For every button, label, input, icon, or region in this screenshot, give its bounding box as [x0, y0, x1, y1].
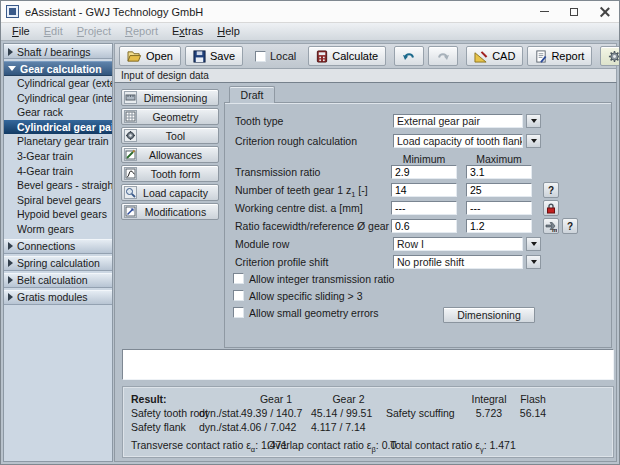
close-button[interactable] [589, 1, 619, 22]
sidebar-item-cylindrical-gear-internal[interactable]: Cylindrical gear (internal) [4, 91, 112, 106]
sidebar-item-3-gear-train[interactable]: 3-Gear train [4, 149, 112, 164]
nav-dimensioning-button[interactable]: Dimensioning [121, 89, 219, 106]
tooth-form-curve-icon [124, 167, 137, 180]
window-controls [529, 1, 619, 22]
open-button[interactable]: Open [119, 46, 181, 66]
calculator-icon [316, 50, 328, 63]
nav-allowances-button[interactable]: Allowances [121, 146, 219, 163]
number-of-teeth-min-input[interactable] [391, 183, 457, 197]
nav-tooth-form-button[interactable]: Tooth form [121, 165, 219, 182]
result-row-flank: Safety flank dyn./stat. 4.06 / 7.042 4.1… [131, 420, 613, 434]
dimensioning-button[interactable]: Dimensioning [443, 307, 535, 323]
maximize-button[interactable] [559, 1, 589, 22]
load-capacity-icon [124, 186, 137, 199]
sidebar-item-worm-gears[interactable]: Worm gears [4, 222, 112, 237]
close-icon [600, 7, 609, 16]
content-panel: Dimensioning Geometry Tool Allowances [114, 82, 617, 462]
tab-draft[interactable]: Draft [229, 86, 275, 103]
sidebar-item-4-gear-train[interactable]: 4-Gear train [4, 164, 112, 179]
sidebar-item-hypoid-bevel-gears[interactable]: Hypoid bevel gears [4, 207, 112, 222]
nav-tool-button[interactable]: Tool [121, 127, 219, 144]
criterion-rough-select[interactable]: Load capacity of tooth flank [393, 134, 523, 148]
toolbar: Open Save Local Calculate [114, 43, 617, 69]
chevron-down-icon [8, 66, 16, 71]
overlap-contact-ratio: Overlap contact ratio εβ: 0.0 [267, 439, 390, 454]
sidebar-section-shaft-bearings[interactable]: Shaft / bearings [4, 44, 112, 59]
module-row-select[interactable]: Row I [393, 237, 523, 251]
menu-edit: Edit [37, 23, 70, 40]
nav-geometry-button[interactable]: Geometry [121, 108, 219, 125]
transmission-ratio-min-input[interactable] [391, 165, 457, 179]
result-panel: Result: Gear 1 Gear 2 Integral Flash Saf… [122, 386, 614, 458]
facewidth-ratio-module-button[interactable]: m [543, 218, 559, 234]
sidebar-item-cylindrical-gear-pair[interactable]: Cylindrical gear pair [4, 120, 112, 135]
sidebar-item-spiral-bevel-gears[interactable]: Spiral bevel gears [4, 193, 112, 208]
facewidth-ratio-max-input[interactable] [466, 219, 532, 233]
working-centre-distance-lock-button[interactable] [543, 200, 559, 216]
nav-modifications-button[interactable]: Modifications [121, 203, 219, 220]
sidebar-item-cylindrical-gear-external[interactable]: Cylindrical gear (external) [4, 76, 112, 91]
menu-extras[interactable]: Extras [165, 23, 210, 40]
profile-shift-dropdown-button[interactable] [526, 255, 541, 269]
sidebar-section-spring-calculation[interactable]: Spring calculation [4, 256, 112, 271]
gear2-column-header: Gear 2 [311, 393, 386, 405]
cad-icon [474, 50, 488, 63]
message-output-box [122, 349, 614, 380]
sidebar-section-gear-calculation[interactable]: Gear calculation [4, 61, 112, 76]
app-icon [6, 5, 19, 18]
working-centre-distance-min-input[interactable] [391, 201, 457, 215]
allow-specific-sliding-checkbox[interactable] [233, 290, 244, 301]
app-window: eAssistant - GWJ Technology GmbH File Ed… [0, 0, 620, 465]
sidebar-section-gratis-modules[interactable]: Gratis modules [4, 290, 112, 305]
transmission-ratio-label: Transmission ratio [235, 166, 320, 178]
undo-button[interactable] [394, 46, 424, 66]
menu-help[interactable]: Help [210, 23, 247, 40]
report-button[interactable]: Report [527, 46, 592, 66]
calculate-button[interactable]: Calculate [308, 46, 386, 66]
redo-icon [436, 51, 450, 62]
number-of-teeth-help-button[interactable]: ? [543, 182, 559, 198]
working-centre-distance-max-input[interactable] [466, 201, 532, 215]
facewidth-ratio-help-button[interactable]: ? [562, 218, 578, 234]
module-row-label: Module row [235, 238, 289, 250]
tooth-type-dropdown-button[interactable] [526, 114, 541, 128]
module-row-dropdown-button[interactable] [526, 237, 541, 251]
save-button[interactable]: Save [185, 46, 243, 66]
options-button[interactable]: Options [600, 46, 620, 66]
minimum-column-header: Minimum [391, 153, 457, 165]
modifications-icon [124, 205, 137, 218]
allow-geometry-errors-checkbox[interactable] [233, 307, 244, 318]
tooth-type-select[interactable]: External gear pair [393, 114, 523, 128]
menu-bar: File Edit Project Report Extras Help [1, 23, 619, 41]
sidebar-section-connections[interactable]: Connections [4, 239, 112, 254]
sidebar-item-bevel-gears[interactable]: Bevel gears - straight/helical [4, 178, 112, 193]
menu-file[interactable]: File [5, 23, 37, 40]
allow-geometry-errors-label: Allow small geometry errors [249, 307, 379, 319]
tool-gear-icon [124, 129, 137, 142]
nav-load-capacity-button[interactable]: Load capacity [121, 184, 219, 201]
sidebar-item-gear-rack[interactable]: Gear rack [4, 105, 112, 120]
transmission-ratio-max-input[interactable] [466, 165, 532, 179]
facewidth-ratio-min-input[interactable] [391, 219, 457, 233]
dropdown-arrow-icon [531, 260, 537, 264]
chevron-right-icon [8, 293, 13, 301]
sidebar-item-planetary-gear-train[interactable]: Planetary gear train [4, 134, 112, 149]
cad-button[interactable]: CAD [466, 46, 523, 66]
local-checkbox[interactable] [255, 51, 266, 62]
local-checkbox-group: Local [251, 50, 300, 62]
criterion-rough-dropdown-button[interactable] [526, 134, 541, 148]
contact-ratio-row: Transverse contact ratio εα: 1.471 Overl… [131, 439, 613, 454]
profile-shift-select[interactable]: No profile shift [393, 255, 523, 269]
tooth-type-label: Tooth type [235, 115, 283, 127]
undo-icon [402, 51, 416, 62]
redo-button[interactable] [428, 46, 458, 66]
sidebar-section-belt-calculation[interactable]: Belt calculation [4, 273, 112, 288]
window-title: eAssistant - GWJ Technology GmbH [25, 6, 203, 18]
criterion-rough-label: Criterion rough calculation [235, 135, 357, 147]
flash-column-header: Flash [512, 393, 554, 405]
minimize-button[interactable] [529, 1, 559, 22]
allow-integer-ratio-checkbox[interactable] [233, 273, 244, 284]
maximize-icon [570, 8, 578, 16]
dropdown-arrow-icon [531, 139, 537, 143]
number-of-teeth-max-input[interactable] [466, 183, 532, 197]
